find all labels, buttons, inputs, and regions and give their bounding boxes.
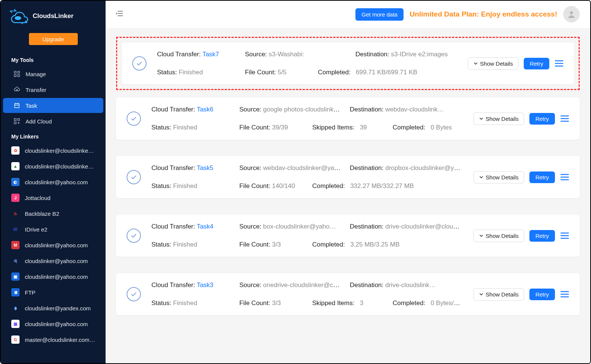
upgrade-button[interactable]: Upgrade [29,33,78,45]
file-count-value: 5/5 [278,69,287,76]
nav-transfer[interactable]: Transfer [3,82,103,97]
task-name[interactable]: Task6 [197,106,213,113]
linker-item-pcloud[interactable]: ◐cloudslinker@yahoo.com [1,174,106,190]
svg-rect-11 [14,122,16,124]
calendar-icon [14,102,20,109]
show-details-button[interactable]: Show Details [473,113,524,125]
nav-label: Add Cloud [26,118,52,125]
avatar[interactable] [563,6,580,23]
retry-button[interactable]: Retry [529,171,555,183]
get-more-data-button[interactable]: Get more data [355,8,404,21]
linker-item-gmaster[interactable]: Gmaster@cloudslinker.com-s... [1,332,106,347]
svg-rect-5 [15,104,19,108]
chevron-down-icon [479,174,484,180]
ftp-icon: 🖥 [11,288,20,296]
show-details-button[interactable]: Show Details [473,230,524,242]
file-count-label: File Count: [239,299,272,307]
destination-cell: Destination: webdav-cloudslink… [350,106,463,113]
task-body: Cloud Transfer: Task3Source: onedrive-cl… [151,281,463,307]
linker-item-box2[interactable]: ▣cloudslinker@yahoo.com [1,269,106,284]
status-cell: Status: Finished [157,69,236,76]
task-actions: Show DetailsRetry [473,288,569,301]
retry-button[interactable]: Retry [529,289,555,300]
source-cell: Source: s3-Washabi: [245,51,346,58]
pcloud-icon: ◐ [11,178,20,186]
linker-item-gdrive[interactable]: ▲cloudslinker@cloudslinker.co... [1,158,106,174]
banner-text[interactable]: Unlimited Data Plan: Enjoy endless acces… [410,10,557,18]
task-actions: Show DetailsRetry [473,171,569,184]
show-details-button[interactable]: Show Details [473,171,524,184]
source-value: box-cloudslinker@yaho… [263,223,336,230]
nav-add-cloud[interactable]: Add Cloud [3,114,103,129]
task-name[interactable]: Task5 [197,164,213,171]
linker-item-gphotos[interactable]: ✿cloudslinker@cloudslinker.co... [1,143,106,158]
hamburger-menu-icon[interactable] [560,290,569,298]
completed-cell: Completed: 699.71 KB/699.71 KB [318,69,457,76]
completed-label: Completed: [393,124,427,131]
file-count-cell: File Count: 5/5 [245,69,309,76]
task-row-bottom: Status: FinishedFile Count: 140/140Compl… [151,182,463,190]
collapse-sidebar-icon[interactable] [116,11,123,18]
task-name[interactable]: Task4 [197,223,213,230]
linker-item-backblaze[interactable]: ♨Backblaze B2 [1,206,106,221]
linker-item-mega[interactable]: Mcloudslinker@yahoo.com [1,237,106,253]
nav-task[interactable]: Task [3,98,103,113]
destination-label: Destination: [355,51,391,58]
section-my-linkers: My Linkers [1,131,106,143]
nav-manage[interactable]: Manage [3,66,103,81]
destination-cell: Destination: s3-IDrive e2:images [355,51,457,58]
hamburger-menu-icon[interactable] [560,232,569,239]
linker-item-ftp[interactable]: 🖥FTP [1,284,106,300]
source-value: s3-Washabi: [269,51,304,58]
cloud-transfer-cell: Cloud Transfer: Task4 [151,223,230,230]
status-check-icon [127,229,141,243]
task-row-top: Cloud Transfer: Task5Source: webdav-clou… [151,164,463,172]
linker-item-yandex[interactable]: ⬮cloudslinker@yandex.com [1,300,106,316]
4shared-icon: 4| [11,257,20,265]
task-row-bottom: Status: FinishedFile Count: 3/3Skipped I… [151,299,463,307]
hamburger-menu-icon[interactable] [560,115,569,122]
linker-item-idrive[interactable]: iDIDrive e2 [1,221,106,237]
file-count-value: 39/39 [272,124,288,131]
task-card: Cloud Transfer: Task4Source: box-cloudsl… [116,215,580,257]
completed-value: 699.71 KB/699.71 KB [356,69,417,76]
file-count-cell: File Count: 39/39 [239,124,303,131]
skipped-value: 39 [360,124,367,131]
show-details-button[interactable]: Show Details [468,57,519,70]
grid-icon [14,71,20,77]
proton-icon: ▦ [11,320,20,328]
retry-button[interactable]: Retry [524,58,549,69]
chevron-down-icon [479,291,484,298]
destination-value: s3-IDrive e2:images [391,51,448,58]
retry-button[interactable]: Retry [529,113,555,125]
retry-button[interactable]: Retry [529,230,555,242]
task-name[interactable]: Task7 [203,51,219,58]
cloudslinker-logo-icon [8,8,29,24]
destination-cell: Destination: drive-cloudslink… [350,281,463,289]
show-details-label: Show Details [486,174,519,180]
show-details-label: Show Details [486,291,519,298]
completed-cell: Completed: 332.27 MB/332.27 MB [312,182,463,190]
hamburger-menu-icon[interactable] [555,60,564,67]
linker-item-4shared[interactable]: 4|cloudslinker@yahoo.com [1,253,106,269]
add-grid-icon [14,118,20,125]
main: Get more data Unlimited Data Plan: Enjoy… [106,1,590,363]
hamburger-menu-icon[interactable] [560,173,569,181]
file-count-label: File Count: [239,182,272,190]
backblaze-icon: ♨ [11,209,20,218]
gmaster-icon: G [11,335,20,344]
file-count-cell: File Count: 140/140 [239,182,303,190]
source-value: google photos-cloudslinker@clouds… [263,106,341,113]
yandex-icon: ⬮ [11,304,20,312]
show-details-button[interactable]: Show Details [473,288,524,301]
completed-value: 0 Bytes/345.94 KB [431,299,463,307]
task-actions: Show DetailsRetry [468,57,564,70]
svg-rect-1 [14,71,16,73]
linker-label: FTP [25,289,35,296]
linker-item-proton[interactable]: ▦cloudslinker@yahoo.com [1,316,106,332]
completed-label: Completed: [393,299,427,307]
status-label: Status: [151,241,173,248]
task-name[interactable]: Task3 [197,281,213,289]
gdrive-icon: ▲ [11,162,20,170]
linker-item-jotta[interactable]: JJottacloud [1,190,106,206]
